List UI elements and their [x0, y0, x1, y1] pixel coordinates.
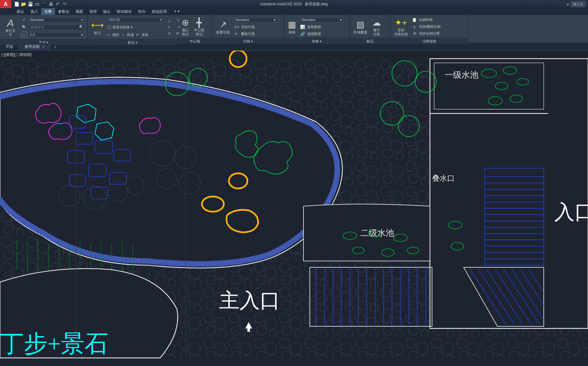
dimension-icon: ⟷: [91, 20, 104, 31]
mleader-button[interactable]: ↗ 多重引线: [214, 18, 232, 35]
continue-icon: ⊩: [136, 33, 140, 37]
remove-leader-button[interactable]: ↗-删除引线: [234, 31, 277, 37]
panel-annoscale: ✦+ 添加 当前比例 📋比例列表 ±添加/删除比例 ⟲同步比例位置 注释缩放: [390, 15, 468, 43]
centerline-icon: ╋: [196, 17, 202, 28]
scale-icon: ✦+: [395, 17, 407, 28]
menu-featured[interactable]: 精选应用: [149, 8, 170, 15]
menu-addins[interactable]: 附加模块: [114, 8, 135, 15]
tab-start[interactable]: 开始: [0, 43, 19, 50]
sync-icon: ⟲: [412, 31, 417, 36]
text-height-dropdown[interactable]: 2.5▾: [28, 32, 85, 37]
text-style-dropdown[interactable]: Standard▾: [28, 17, 85, 22]
menu-output[interactable]: 输出: [100, 8, 114, 15]
centermark-icon: ⊕: [182, 17, 189, 28]
search-input[interactable]: 键入关: [571, 1, 586, 7]
main-entrance-label: 主入口: [219, 289, 280, 312]
quick-access-toolbar: 📄 📂 💾 🗃 📱 🖶 ↶ ↷: [11, 1, 70, 7]
dim-tool3[interactable]: ≡: [166, 30, 172, 37]
arrow-icon: ▸: [567, 1, 570, 7]
link-data-button[interactable]: 🔗链接数据: [300, 31, 343, 37]
dim-tool1[interactable]: ⊥: [166, 18, 172, 24]
saveas-icon[interactable]: 🗃: [34, 1, 40, 7]
extract-data-button[interactable]: 📊提取数据: [300, 24, 343, 30]
panel-table: ▦ 表格 Standard▾ 📊提取数据 🔗链接数据 表格 ▾: [284, 15, 350, 43]
menu-insert[interactable]: 插入: [27, 8, 41, 15]
sync-scale-button[interactable]: ⟲同步比例位置: [412, 30, 441, 37]
center-mark-button[interactable]: ⊕ 圆心 标记: [179, 16, 191, 37]
add-leader-icon: ↗+: [234, 24, 239, 30]
bottom-cyan-label: 丁步+景石: [0, 331, 108, 357]
find-icon: 🔍: [21, 24, 27, 30]
quick-dim-button[interactable]: ⫠快速: [122, 32, 134, 37]
web-icon[interactable]: 📱: [41, 1, 47, 7]
remove-leader-icon: ↗-: [234, 31, 239, 37]
panel-annoscale-title: 注释缩放: [390, 38, 468, 44]
add-del-scale-button[interactable]: ±添加/删除比例: [412, 23, 441, 30]
titlebar: A 📄 📂 💾 🗃 📱 🖶 ↶ ↷ Autodesk AutoCAD 2020 …: [0, 0, 588, 8]
link-icon: 🔗: [300, 31, 305, 37]
close-icon[interactable]: ×: [42, 44, 45, 49]
panel-leader: ↗ 多重引线 Standard▾ ↗+添加引线 ↗-删除引线 引线 ▾: [212, 15, 284, 43]
add-leader-button[interactable]: ↗+添加引线: [234, 24, 277, 30]
menu-parametric[interactable]: 参数化: [55, 8, 72, 15]
leader-style-dropdown[interactable]: Standard▾: [234, 17, 277, 22]
panel-markup: ▧ 区域覆盖 ☁ 修订 云线 标记: [350, 15, 390, 43]
scale-list-button[interactable]: 📋比例列表: [412, 17, 441, 23]
menu-collaborate[interactable]: 协作: [135, 8, 149, 15]
open-icon[interactable]: 📂: [21, 1, 26, 7]
menu-annotate[interactable]: 注释: [41, 8, 55, 15]
panel-leader-title[interactable]: 引线 ▾: [212, 38, 284, 44]
entrance-label: 入口: [554, 201, 588, 223]
wipeout-button[interactable]: ▧ 区域覆盖: [351, 18, 370, 35]
panel-centerline-title: 中心线: [178, 38, 212, 44]
dimension-button[interactable]: ⟷ 标注: [89, 19, 106, 36]
app-logo[interactable]: A: [0, 0, 11, 8]
leader-icon: ↗: [220, 19, 227, 30]
save-icon[interactable]: 💾: [27, 1, 33, 7]
menu-view[interactable]: 视图: [72, 8, 86, 15]
tab-drawing[interactable]: 参照底图 ×: [19, 43, 51, 50]
find-text-input[interactable]: 查找文字🔍: [28, 24, 85, 30]
add-scale-button[interactable]: ✦+ 添加 当前比例: [392, 16, 410, 37]
linear-dim-button[interactable]: ⊢线性: [107, 32, 119, 37]
dim-tool2[interactable]: ⊢: [166, 24, 172, 30]
use-current-checkbox[interactable]: ✓ 使用当前项 ▾: [107, 25, 133, 30]
panel-text: A 多行文字 ✓ Standard▾ 🔍 查找文字🔍 A 2.5▾ 文字 ▾: [0, 15, 87, 43]
scalelist-icon: 📋: [412, 17, 417, 22]
drawing-canvas: 一级水池 二级水池 叠水口 主入口 入口 丁步+景石: [0, 51, 588, 366]
menu-more[interactable]: ▫️▾: [170, 8, 183, 15]
adddel-icon: ±: [412, 24, 417, 29]
tab-add-button[interactable]: +: [51, 43, 60, 50]
height-icon: A: [21, 32, 27, 38]
menu-default[interactable]: 默认: [14, 8, 27, 15]
abc-icon: ✓: [21, 17, 27, 23]
drawing-viewport[interactable]: [-][俯视][二维线框]: [0, 51, 588, 366]
table-icon: ▦: [288, 19, 296, 30]
menubar: 默认 插入 注释 参数化 视图 管理 输出 附加模块 协作 精选应用 ▫️▾: [0, 8, 588, 15]
ribbon: A 多行文字 ✓ Standard▾ 🔍 查找文字🔍 A 2.5▾ 文字 ▾: [0, 15, 588, 43]
mtext-button[interactable]: A 多行文字: [1, 17, 20, 37]
quick-icon: ⫠: [122, 33, 125, 37]
panel-markup-title: 标记: [350, 38, 390, 44]
panel-table-title[interactable]: 表格 ▾: [284, 38, 349, 44]
waterfall-label: 叠水口: [432, 174, 455, 182]
table-button[interactable]: ▦ 表格: [285, 18, 299, 35]
undo-icon[interactable]: ↶: [55, 1, 61, 7]
panel-dim-title[interactable]: 标注 ▾: [87, 39, 178, 45]
panel-centerline: ⊕ 圆心 标记 ╋ 中心线 标记 中心线: [178, 15, 212, 43]
viewport-label[interactable]: [-][俯视][二维线框]: [2, 52, 32, 57]
window-title: Autodesk AutoCAD 2020 参照底图.dwg: [260, 2, 328, 7]
new-icon[interactable]: 📄: [14, 1, 19, 7]
centerline-button[interactable]: ╋ 中心线 标记: [191, 16, 207, 37]
pool2-label: 二级水池: [360, 228, 394, 238]
dim-style-dropdown[interactable]: ISO-25▾: [107, 17, 164, 22]
cloud-icon: ☁: [372, 17, 381, 28]
menu-manage[interactable]: 管理: [86, 8, 100, 15]
title-right: ▸ 键入关: [567, 1, 586, 7]
revcloud-button[interactable]: ☁ 修订 云线: [370, 16, 383, 37]
table-style-dropdown[interactable]: Standard▾: [300, 17, 343, 22]
pool1-label: 一级水池: [445, 70, 478, 80]
redo-icon[interactable]: ↷: [62, 1, 67, 7]
continue-dim-button[interactable]: ⊩连续: [136, 32, 148, 37]
plot-icon[interactable]: 🖶: [48, 1, 54, 7]
